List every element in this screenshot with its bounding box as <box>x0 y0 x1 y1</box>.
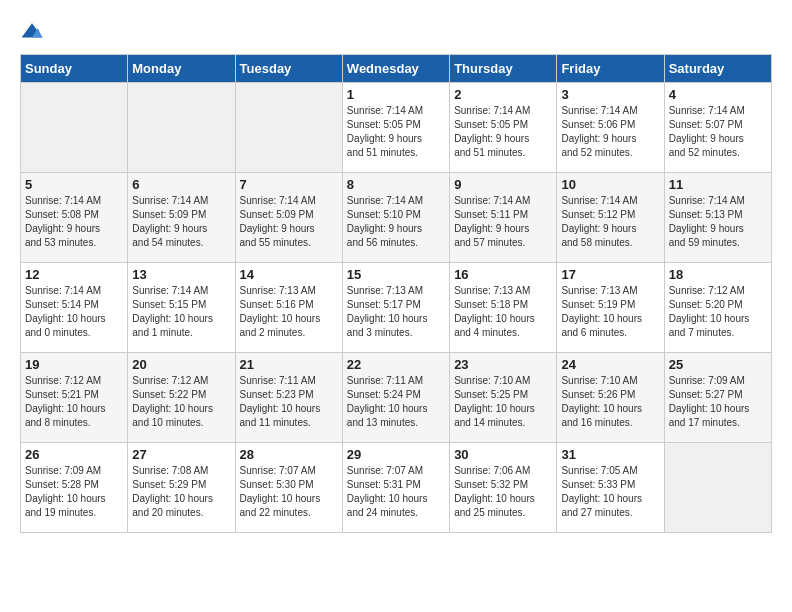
day-number: 15 <box>347 267 445 282</box>
day-number: 31 <box>561 447 659 462</box>
day-info: Sunrise: 7:12 AM Sunset: 5:21 PM Dayligh… <box>25 374 123 430</box>
day-header-tuesday: Tuesday <box>235 55 342 83</box>
day-info: Sunrise: 7:14 AM Sunset: 5:11 PM Dayligh… <box>454 194 552 250</box>
calendar-cell <box>128 83 235 173</box>
day-number: 9 <box>454 177 552 192</box>
day-info: Sunrise: 7:05 AM Sunset: 5:33 PM Dayligh… <box>561 464 659 520</box>
day-info: Sunrise: 7:14 AM Sunset: 5:07 PM Dayligh… <box>669 104 767 160</box>
day-number: 3 <box>561 87 659 102</box>
calendar-week-row: 12Sunrise: 7:14 AM Sunset: 5:14 PM Dayli… <box>21 263 772 353</box>
calendar-cell: 22Sunrise: 7:11 AM Sunset: 5:24 PM Dayli… <box>342 353 449 443</box>
calendar-cell: 1Sunrise: 7:14 AM Sunset: 5:05 PM Daylig… <box>342 83 449 173</box>
calendar-cell: 13Sunrise: 7:14 AM Sunset: 5:15 PM Dayli… <box>128 263 235 353</box>
calendar-cell: 2Sunrise: 7:14 AM Sunset: 5:05 PM Daylig… <box>450 83 557 173</box>
day-header-friday: Friday <box>557 55 664 83</box>
logo <box>20 20 48 44</box>
day-info: Sunrise: 7:14 AM Sunset: 5:09 PM Dayligh… <box>132 194 230 250</box>
calendar-cell: 16Sunrise: 7:13 AM Sunset: 5:18 PM Dayli… <box>450 263 557 353</box>
day-number: 4 <box>669 87 767 102</box>
day-number: 19 <box>25 357 123 372</box>
day-info: Sunrise: 7:14 AM Sunset: 5:09 PM Dayligh… <box>240 194 338 250</box>
calendar-header-row: SundayMondayTuesdayWednesdayThursdayFrid… <box>21 55 772 83</box>
calendar-cell: 23Sunrise: 7:10 AM Sunset: 5:25 PM Dayli… <box>450 353 557 443</box>
day-number: 8 <box>347 177 445 192</box>
calendar-cell: 14Sunrise: 7:13 AM Sunset: 5:16 PM Dayli… <box>235 263 342 353</box>
day-number: 13 <box>132 267 230 282</box>
calendar-cell: 27Sunrise: 7:08 AM Sunset: 5:29 PM Dayli… <box>128 443 235 533</box>
calendar-cell: 8Sunrise: 7:14 AM Sunset: 5:10 PM Daylig… <box>342 173 449 263</box>
calendar-cell: 15Sunrise: 7:13 AM Sunset: 5:17 PM Dayli… <box>342 263 449 353</box>
calendar-week-row: 19Sunrise: 7:12 AM Sunset: 5:21 PM Dayli… <box>21 353 772 443</box>
day-info: Sunrise: 7:14 AM Sunset: 5:13 PM Dayligh… <box>669 194 767 250</box>
day-number: 11 <box>669 177 767 192</box>
day-info: Sunrise: 7:13 AM Sunset: 5:16 PM Dayligh… <box>240 284 338 340</box>
day-number: 17 <box>561 267 659 282</box>
calendar-cell: 6Sunrise: 7:14 AM Sunset: 5:09 PM Daylig… <box>128 173 235 263</box>
day-info: Sunrise: 7:10 AM Sunset: 5:26 PM Dayligh… <box>561 374 659 430</box>
day-info: Sunrise: 7:12 AM Sunset: 5:20 PM Dayligh… <box>669 284 767 340</box>
day-number: 25 <box>669 357 767 372</box>
day-header-sunday: Sunday <box>21 55 128 83</box>
day-info: Sunrise: 7:14 AM Sunset: 5:12 PM Dayligh… <box>561 194 659 250</box>
calendar-cell: 31Sunrise: 7:05 AM Sunset: 5:33 PM Dayli… <box>557 443 664 533</box>
calendar-cell: 12Sunrise: 7:14 AM Sunset: 5:14 PM Dayli… <box>21 263 128 353</box>
calendar-cell: 24Sunrise: 7:10 AM Sunset: 5:26 PM Dayli… <box>557 353 664 443</box>
day-number: 21 <box>240 357 338 372</box>
day-info: Sunrise: 7:11 AM Sunset: 5:23 PM Dayligh… <box>240 374 338 430</box>
day-header-thursday: Thursday <box>450 55 557 83</box>
day-number: 29 <box>347 447 445 462</box>
calendar-cell: 10Sunrise: 7:14 AM Sunset: 5:12 PM Dayli… <box>557 173 664 263</box>
calendar-cell: 17Sunrise: 7:13 AM Sunset: 5:19 PM Dayli… <box>557 263 664 353</box>
day-number: 7 <box>240 177 338 192</box>
day-number: 28 <box>240 447 338 462</box>
day-info: Sunrise: 7:06 AM Sunset: 5:32 PM Dayligh… <box>454 464 552 520</box>
day-header-monday: Monday <box>128 55 235 83</box>
calendar-cell: 30Sunrise: 7:06 AM Sunset: 5:32 PM Dayli… <box>450 443 557 533</box>
day-info: Sunrise: 7:12 AM Sunset: 5:22 PM Dayligh… <box>132 374 230 430</box>
calendar-cell: 25Sunrise: 7:09 AM Sunset: 5:27 PM Dayli… <box>664 353 771 443</box>
day-number: 2 <box>454 87 552 102</box>
calendar-cell: 28Sunrise: 7:07 AM Sunset: 5:30 PM Dayli… <box>235 443 342 533</box>
calendar-cell: 29Sunrise: 7:07 AM Sunset: 5:31 PM Dayli… <box>342 443 449 533</box>
day-info: Sunrise: 7:13 AM Sunset: 5:18 PM Dayligh… <box>454 284 552 340</box>
day-number: 1 <box>347 87 445 102</box>
logo-icon <box>20 20 44 44</box>
day-number: 6 <box>132 177 230 192</box>
day-number: 10 <box>561 177 659 192</box>
calendar-cell: 18Sunrise: 7:12 AM Sunset: 5:20 PM Dayli… <box>664 263 771 353</box>
day-info: Sunrise: 7:14 AM Sunset: 5:06 PM Dayligh… <box>561 104 659 160</box>
calendar-cell: 19Sunrise: 7:12 AM Sunset: 5:21 PM Dayli… <box>21 353 128 443</box>
calendar-week-row: 1Sunrise: 7:14 AM Sunset: 5:05 PM Daylig… <box>21 83 772 173</box>
day-info: Sunrise: 7:14 AM Sunset: 5:10 PM Dayligh… <box>347 194 445 250</box>
day-number: 23 <box>454 357 552 372</box>
day-header-saturday: Saturday <box>664 55 771 83</box>
calendar-cell <box>235 83 342 173</box>
day-info: Sunrise: 7:10 AM Sunset: 5:25 PM Dayligh… <box>454 374 552 430</box>
calendar-week-row: 26Sunrise: 7:09 AM Sunset: 5:28 PM Dayli… <box>21 443 772 533</box>
day-info: Sunrise: 7:09 AM Sunset: 5:27 PM Dayligh… <box>669 374 767 430</box>
calendar-cell: 5Sunrise: 7:14 AM Sunset: 5:08 PM Daylig… <box>21 173 128 263</box>
day-info: Sunrise: 7:14 AM Sunset: 5:05 PM Dayligh… <box>347 104 445 160</box>
day-number: 24 <box>561 357 659 372</box>
day-info: Sunrise: 7:14 AM Sunset: 5:15 PM Dayligh… <box>132 284 230 340</box>
day-info: Sunrise: 7:13 AM Sunset: 5:19 PM Dayligh… <box>561 284 659 340</box>
day-number: 18 <box>669 267 767 282</box>
day-number: 14 <box>240 267 338 282</box>
calendar-cell: 20Sunrise: 7:12 AM Sunset: 5:22 PM Dayli… <box>128 353 235 443</box>
calendar-cell: 9Sunrise: 7:14 AM Sunset: 5:11 PM Daylig… <box>450 173 557 263</box>
calendar-cell: 11Sunrise: 7:14 AM Sunset: 5:13 PM Dayli… <box>664 173 771 263</box>
day-info: Sunrise: 7:14 AM Sunset: 5:14 PM Dayligh… <box>25 284 123 340</box>
day-number: 20 <box>132 357 230 372</box>
calendar-table: SundayMondayTuesdayWednesdayThursdayFrid… <box>20 54 772 533</box>
day-info: Sunrise: 7:14 AM Sunset: 5:05 PM Dayligh… <box>454 104 552 160</box>
calendar-week-row: 5Sunrise: 7:14 AM Sunset: 5:08 PM Daylig… <box>21 173 772 263</box>
day-info: Sunrise: 7:14 AM Sunset: 5:08 PM Dayligh… <box>25 194 123 250</box>
day-number: 12 <box>25 267 123 282</box>
day-info: Sunrise: 7:08 AM Sunset: 5:29 PM Dayligh… <box>132 464 230 520</box>
day-number: 16 <box>454 267 552 282</box>
calendar-cell: 3Sunrise: 7:14 AM Sunset: 5:06 PM Daylig… <box>557 83 664 173</box>
day-number: 22 <box>347 357 445 372</box>
calendar-cell: 7Sunrise: 7:14 AM Sunset: 5:09 PM Daylig… <box>235 173 342 263</box>
day-header-wednesday: Wednesday <box>342 55 449 83</box>
calendar-cell: 21Sunrise: 7:11 AM Sunset: 5:23 PM Dayli… <box>235 353 342 443</box>
